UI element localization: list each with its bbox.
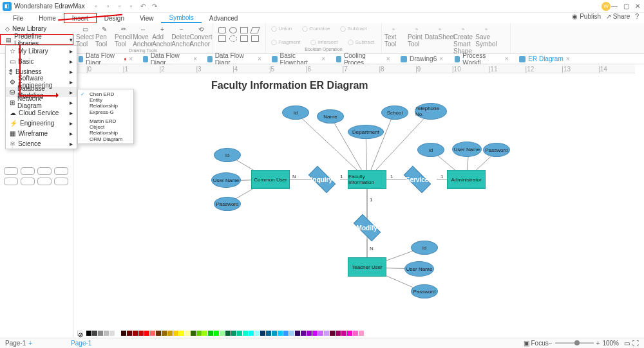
- qat-redo-icon[interactable]: ↷: [151, 3, 158, 10]
- stencil-shape[interactable]: [21, 178, 35, 185]
- color-swatch[interactable]: [312, 331, 317, 336]
- edit-op-button[interactable]: ▫Create Smart Shape: [454, 24, 472, 55]
- bool-op-button[interactable]: ◯ Combine: [299, 24, 332, 33]
- color-palette[interactable]: ⊘: [73, 329, 635, 338]
- attr-tu-uname[interactable]: User Name: [404, 261, 434, 277]
- color-swatch[interactable]: [115, 331, 120, 336]
- entity-admin[interactable]: Administrator: [447, 170, 486, 189]
- minimize-icon[interactable]: —: [611, 3, 618, 10]
- submenu-item[interactable]: Entity Relationship: [78, 98, 133, 107]
- color-swatch[interactable]: [109, 331, 115, 336]
- color-swatch[interactable]: [92, 331, 97, 336]
- bool-op-button[interactable]: ◯ Intersect: [308, 38, 340, 46]
- category-item[interactable]: ⊞Network Diagram▸: [6, 97, 77, 107]
- category-item[interactable]: ⚡Engineering▸: [6, 118, 77, 128]
- entity-common-user[interactable]: Common User: [251, 170, 290, 189]
- shape-line-icon[interactable]: [240, 35, 248, 42]
- shape-hex-icon[interactable]: [218, 35, 226, 42]
- color-swatch[interactable]: [272, 331, 277, 336]
- submenu-item[interactable]: ORM Diagram: [78, 134, 133, 143]
- attr-cu-pwd[interactable]: Password: [214, 197, 241, 211]
- rel-inquiry[interactable]: Inquiry: [308, 166, 336, 193]
- color-swatch[interactable]: [359, 331, 364, 336]
- color-swatch[interactable]: [353, 331, 358, 336]
- doc-tab[interactable]: Drawing6×: [395, 54, 450, 64]
- shape-ellipse-icon[interactable]: [229, 27, 237, 33]
- color-swatch[interactable]: [202, 331, 207, 336]
- stencil-shape[interactable]: [54, 167, 68, 175]
- fullscreen-icon[interactable]: ⛶: [632, 340, 639, 347]
- bool-op-button[interactable]: ◯ Union: [269, 24, 294, 33]
- color-swatch[interactable]: [330, 331, 335, 336]
- rel-modify[interactable]: Modify: [354, 214, 381, 241]
- color-swatch[interactable]: [144, 331, 149, 336]
- color-swatch[interactable]: [237, 331, 242, 336]
- color-swatch[interactable]: [138, 331, 144, 336]
- color-swatch[interactable]: [98, 331, 103, 336]
- edit-op-button[interactable]: ▫Save Symbol: [477, 24, 495, 55]
- submenu-item[interactable]: Express-G: [78, 107, 133, 116]
- attr-tu-pwd[interactable]: Password: [411, 284, 438, 298]
- qat-new-icon[interactable]: ▫: [93, 3, 100, 10]
- canvas[interactable]: Faculty Information ER Diagram id Name S…: [82, 73, 635, 329]
- color-swatch[interactable]: [249, 331, 254, 336]
- entity-teacher-user[interactable]: Teacher User: [348, 257, 386, 277]
- doc-tab[interactable]: Data Flow Diagr…×: [202, 54, 267, 64]
- color-swatch[interactable]: [220, 331, 225, 336]
- category-item[interactable]: ⚛Science▸: [6, 138, 77, 149]
- color-swatch[interactable]: [173, 331, 178, 336]
- zoom-out-button[interactable]: −: [549, 340, 553, 347]
- doc-tab[interactable]: Process Workfl…×: [450, 54, 514, 64]
- color-swatch[interactable]: [127, 331, 132, 336]
- tool-button[interactable]: ↔Move Anchor: [134, 24, 152, 48]
- color-swatch[interactable]: [156, 331, 161, 336]
- color-swatch[interactable]: [179, 331, 184, 336]
- predefine-libraries-button[interactable]: ▤ Predefine Libraries ▾: [0, 34, 73, 45]
- color-swatch[interactable]: [283, 331, 289, 336]
- color-swatch[interactable]: [266, 331, 271, 336]
- color-swatch[interactable]: [289, 331, 294, 336]
- qat-undo-icon[interactable]: ↶: [139, 3, 147, 10]
- rel-service[interactable]: Service: [404, 166, 431, 193]
- attr-telno[interactable]: Telephone No.: [415, 103, 447, 120]
- stencil-shape[interactable]: [4, 167, 18, 175]
- attr-cu-uname[interactable]: User Name: [211, 172, 241, 188]
- color-swatch[interactable]: [208, 331, 213, 336]
- color-swatch[interactable]: [225, 331, 231, 336]
- menu-symbols[interactable]: Symbols: [161, 13, 201, 23]
- color-swatch[interactable]: [196, 331, 202, 336]
- shape-free-icon[interactable]: [251, 35, 259, 42]
- color-swatch[interactable]: [191, 331, 196, 336]
- zoom-in-button[interactable]: +: [596, 340, 600, 347]
- color-swatch[interactable]: [347, 331, 352, 336]
- color-swatch[interactable]: [104, 331, 109, 336]
- tool-button[interactable]: ⟲Convert Anchor: [192, 24, 210, 48]
- color-swatch[interactable]: [254, 331, 260, 336]
- qat-open-icon[interactable]: ▫: [104, 3, 112, 10]
- category-item[interactable]: ▦Wireframe▸: [6, 128, 77, 138]
- color-swatch[interactable]: [121, 331, 126, 336]
- attr-ad-pwd[interactable]: Password: [483, 143, 510, 157]
- publish-button[interactable]: ◉ Publish: [572, 13, 601, 20]
- focus-button[interactable]: ▣ Focus: [524, 340, 549, 347]
- color-swatch[interactable]: [278, 331, 283, 336]
- attr-dept[interactable]: Department: [348, 125, 384, 139]
- doc-tab[interactable]: Data Flow Diagr…×: [73, 54, 138, 64]
- color-swatch[interactable]: [167, 331, 173, 336]
- color-swatch[interactable]: [150, 331, 155, 336]
- maximize-icon[interactable]: ▢: [622, 3, 630, 10]
- doc-tab[interactable]: Cooling Proces…×: [331, 54, 395, 64]
- shape-rect-icon[interactable]: [218, 27, 226, 33]
- color-swatch[interactable]: [260, 331, 265, 336]
- bool-op-button[interactable]: ◯ Subtract: [337, 24, 369, 33]
- tool-button[interactable]: ✏Pencil Tool: [115, 24, 133, 48]
- zoom-slider[interactable]: [555, 342, 594, 344]
- edit-op-button[interactable]: ▫Text Tool: [384, 24, 402, 55]
- fit-page-icon[interactable]: ▭: [624, 340, 630, 347]
- menu-view[interactable]: View: [132, 13, 162, 23]
- category-item[interactable]: ☆My Library▸: [6, 46, 77, 56]
- doc-tab[interactable]: Basic Flowchart×: [267, 54, 331, 64]
- shape-star-icon[interactable]: [240, 27, 248, 33]
- attr-ad-uname[interactable]: User Name: [452, 142, 482, 157]
- color-swatch[interactable]: [336, 331, 341, 336]
